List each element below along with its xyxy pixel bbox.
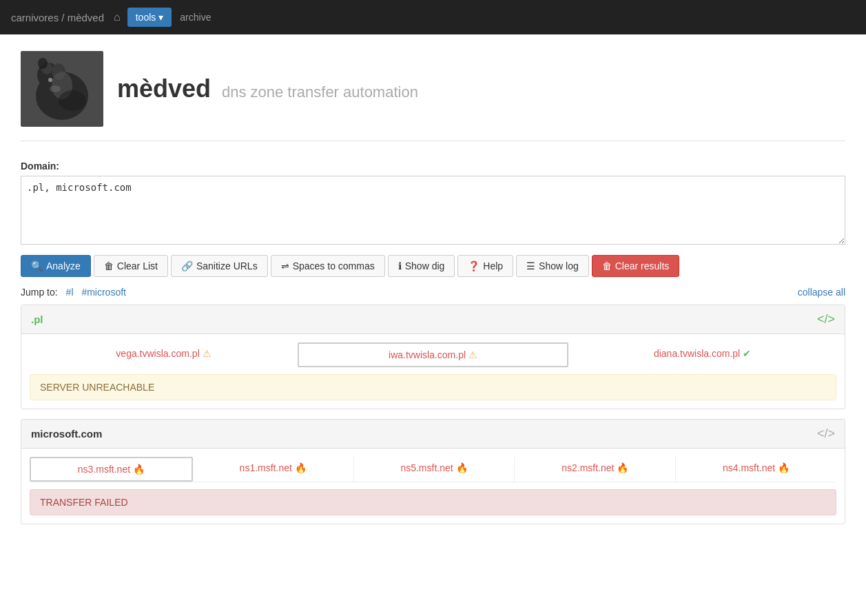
- fire-icon-ns5: 🔥: [456, 462, 468, 473]
- show-log-button[interactable]: ☰ Show log: [516, 255, 589, 277]
- ns-cell-iwa: iwa.tvwisla.com.pl ⚠: [298, 342, 568, 367]
- list-icon: ☰: [526, 260, 535, 271]
- clear-icon: 🗑: [602, 260, 612, 271]
- jump-links: Jump to: #l #microsoft: [21, 287, 132, 298]
- domain-section: Domain: .pl, microsoft.com: [21, 161, 845, 247]
- svg-point-7: [50, 85, 61, 92]
- tools-label: tools: [136, 12, 156, 23]
- fire-icon-ns2: 🔥: [617, 462, 628, 473]
- logo-image: [21, 51, 103, 127]
- ns-cell-diana: diana.tvwisla.com.pl ✔: [568, 342, 836, 367]
- result-title-pl: .pl: [31, 314, 43, 325]
- ns-name-ns4: ns4.msft.net: [723, 462, 775, 473]
- code-icon-microsoft[interactable]: </>: [817, 427, 835, 441]
- navbar: carnivores / mèdved ⌂ tools ▾ archive: [0, 0, 866, 34]
- link-icon: 🔗: [181, 260, 193, 271]
- show-log-label: Show log: [539, 260, 579, 271]
- alert-microsoft-message: TRANSFER FAILED: [40, 497, 128, 508]
- result-title-microsoft: microsoft.com: [31, 428, 102, 440]
- jump-label: Jump to:: [21, 287, 58, 298]
- spaces-to-commas-button[interactable]: ⇌ Spaces to commas: [271, 255, 385, 277]
- ns-name-ns5: ns5.msft.net: [400, 462, 453, 473]
- header-section: mèdved dns zone transfer automation: [21, 51, 845, 141]
- ns-row-pl: vega.tvwisla.com.pl ⚠ iwa.tvwisla.com.pl…: [30, 342, 836, 367]
- ns-cell-ns1: ns1.msft.net 🔥: [193, 457, 354, 482]
- warn-icon-vega: ⚠: [203, 348, 212, 359]
- navbar-brand[interactable]: carnivores / mèdved: [11, 12, 104, 23]
- fire-icon-ns4: 🔥: [778, 462, 790, 473]
- fire-icon-ns3: 🔥: [133, 464, 145, 475]
- alert-microsoft: TRANSFER FAILED: [30, 489, 836, 515]
- ns-cell-vega: vega.tvwisla.com.pl ⚠: [30, 342, 298, 367]
- help-button[interactable]: ❓ Help: [457, 255, 513, 277]
- svg-point-8: [48, 78, 52, 82]
- ns-cell-ns2: ns2.msft.net 🔥: [515, 457, 676, 482]
- toolbar: 🔍 Analyze 🗑 Clear List 🔗 Sanitize URLs ⇌…: [21, 255, 845, 277]
- alert-pl-message: SERVER UNREACHABLE: [40, 382, 154, 393]
- header-title-group: mèdved dns zone transfer automation: [117, 74, 418, 103]
- result-header-pl: .pl </>: [21, 305, 845, 334]
- code-icon-pl[interactable]: </>: [817, 312, 835, 327]
- main-content: mèdved dns zone transfer automation Doma…: [0, 34, 866, 551]
- app-title: mèdved: [117, 74, 211, 103]
- clear-list-label: Clear List: [117, 260, 158, 271]
- svg-point-5: [38, 58, 48, 69]
- result-section-microsoft: microsoft.com </> ns3.msft.net 🔥 ns1.msf…: [21, 419, 845, 524]
- domain-textarea[interactable]: .pl, microsoft.com: [21, 176, 845, 245]
- svg-point-9: [59, 90, 86, 111]
- ns-cell-ns5: ns5.msft.net 🔥: [354, 457, 515, 482]
- check-icon-diana: ✔: [743, 348, 751, 359]
- ns-cell-ns4: ns4.msft.net 🔥: [676, 457, 836, 482]
- arrows-icon: ⇌: [281, 260, 289, 271]
- clear-results-button[interactable]: 🗑 Clear results: [592, 255, 680, 277]
- dropdown-caret-icon: ▾: [158, 12, 163, 23]
- show-dig-button[interactable]: ℹ Show dig: [388, 255, 455, 277]
- jump-link-microsoft[interactable]: #microsoft: [81, 287, 126, 298]
- trash-icon: 🗑: [104, 260, 114, 271]
- ns-row-microsoft: ns3.msft.net 🔥 ns1.msft.net 🔥 ns5.msft.n…: [30, 457, 836, 482]
- analyze-label: Analyze: [46, 260, 81, 271]
- clear-results-label: Clear results: [615, 260, 670, 271]
- jump-link-pl[interactable]: #l: [66, 287, 74, 298]
- sanitize-urls-button[interactable]: 🔗 Sanitize URLs: [171, 255, 268, 277]
- clear-list-button[interactable]: 🗑 Clear List: [94, 255, 168, 277]
- ns-name-iwa: iwa.tvwisla.com.pl: [389, 349, 466, 360]
- tools-dropdown[interactable]: tools ▾: [127, 8, 172, 27]
- domain-label: Domain:: [21, 161, 845, 172]
- ns-cell-ns3: ns3.msft.net 🔥: [30, 457, 193, 482]
- show-dig-label: Show dig: [405, 260, 445, 271]
- archive-link[interactable]: archive: [180, 12, 211, 23]
- result-body-microsoft: ns3.msft.net 🔥 ns1.msft.net 🔥 ns5.msft.n…: [21, 449, 845, 524]
- ns-name-ns2: ns2.msft.net: [561, 462, 614, 473]
- app-subtitle: dns zone transfer automation: [222, 83, 418, 101]
- warn-icon-iwa: ⚠: [468, 349, 477, 360]
- collapse-all-link[interactable]: collapse all: [798, 287, 845, 298]
- sanitize-urls-label: Sanitize URLs: [196, 260, 258, 271]
- ns-name-vega: vega.tvwisla.com.pl: [116, 348, 199, 359]
- analyze-button[interactable]: 🔍 Analyze: [21, 255, 91, 277]
- spaces-to-commas-label: Spaces to commas: [293, 260, 375, 271]
- alert-pl: SERVER UNREACHABLE: [30, 374, 836, 400]
- result-header-microsoft: microsoft.com </>: [21, 420, 845, 449]
- result-section-pl: .pl </> vega.tvwisla.com.pl ⚠ iwa.tvwisl…: [21, 305, 845, 409]
- home-icon[interactable]: ⌂: [110, 11, 125, 23]
- jump-section: Jump to: #l #microsoft collapse all: [21, 287, 845, 298]
- fire-icon-ns1: 🔥: [295, 462, 307, 473]
- ns-name-ns3: ns3.msft.net: [78, 464, 130, 475]
- ns-name-diana: diana.tvwisla.com.pl: [654, 348, 740, 359]
- help-label: Help: [483, 260, 503, 271]
- question-icon: ❓: [468, 260, 480, 271]
- info-icon: ℹ: [398, 260, 402, 271]
- result-body-pl: vega.tvwisla.com.pl ⚠ iwa.tvwisla.com.pl…: [21, 334, 845, 409]
- ns-name-ns1: ns1.msft.net: [240, 462, 292, 473]
- search-icon: 🔍: [31, 260, 43, 271]
